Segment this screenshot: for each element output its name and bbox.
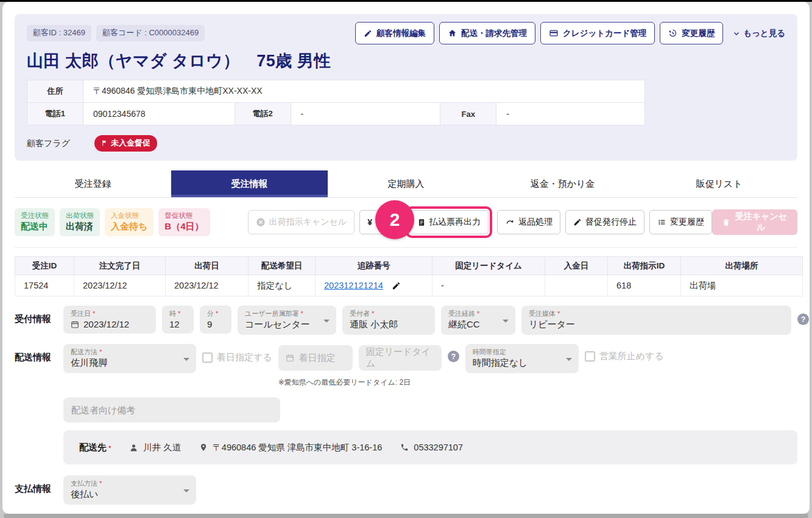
customer-name-title: 山田 太郎（ヤマダ タロウ） 75歳 男性 <box>27 50 785 72</box>
fixed-lead-time-input[interactable]: 固定リードタイム <box>359 345 442 371</box>
annotation-highlight-box: 2 払込票再出力 <box>406 206 492 238</box>
change-history-mid-button[interactable]: 変更履歴 <box>649 210 712 234</box>
shipping-billing-button[interactable]: 配送・請求先管理 <box>439 22 535 44</box>
col-ship-date: 出荷日 <box>166 257 249 275</box>
delivery-method-label: 配送方法 <box>71 348 102 357</box>
delivery-remarks-row <box>15 397 797 422</box>
history-icon <box>668 29 677 38</box>
delivery-method-select[interactable]: 配送方法 佐川飛脚 <box>63 344 196 373</box>
credit-card-label: クレジットカード管理 <box>563 28 646 39</box>
change-history-button[interactable]: 変更履歴 <box>660 22 723 44</box>
map-pin-icon <box>199 443 208 452</box>
customer-flag-label: 顧客フラグ <box>27 138 70 149</box>
minute-field[interactable]: 分 9 <box>200 306 231 334</box>
col-completed-date: 注文完了日 <box>74 257 166 275</box>
edit-customer-button[interactable]: 顧客情報編集 <box>355 22 434 44</box>
receptionist-value: 通販 小太郎 <box>350 319 398 331</box>
customer-header-panel: 顧客ID : 32469 顧客コード : C0000032469 顧客情報編集 … <box>15 14 797 161</box>
hold-at-office-checkbox[interactable]: 営業所止めする <box>585 351 664 362</box>
tab-refund-deposit[interactable]: 返金・預かり金 <box>484 170 641 197</box>
col-tracking-number: 追跡番号 <box>316 257 432 275</box>
customer-id-badges: 顧客ID : 32469 顧客コード : C0000032469 <box>27 25 205 41</box>
receptionist-field[interactable]: 受付者 通販 小太郎 <box>342 306 435 335</box>
unpaid-dunning-flag-badge[interactable]: 未入金督促 <box>94 135 157 152</box>
shipping-status-value: 出荷済 <box>66 221 94 233</box>
arrival-date-checkbox[interactable]: 着日指定する <box>202 352 272 363</box>
media-value: リピーター <box>529 319 575 331</box>
phone1-label: 電話1 <box>27 103 83 125</box>
delivery-section-title: 配送情報 <box>15 344 63 363</box>
delivery-remarks-input[interactable] <box>63 397 280 422</box>
tab-promotion-list[interactable]: 販促リスト <box>641 170 797 197</box>
phone2-label: 電話2 <box>235 103 291 125</box>
minute-label: 分 <box>207 309 218 318</box>
address-value: 〒4960846 愛知県津島市東中地町XX-XX-XX <box>83 80 644 103</box>
annotation-step-circle: 2 <box>375 200 414 239</box>
delivery-help-icon[interactable]: ? <box>448 351 459 362</box>
stop-dunning-label: 督促発行停止 <box>585 217 637 228</box>
reissue-payment-slip-button[interactable]: 払込票再出力 <box>409 210 489 234</box>
main-card: 顧客ID : 32469 顧客コード : C0000032469 顧客情報編集 … <box>2 2 810 514</box>
return-process-button[interactable]: 返品処理 <box>497 210 560 234</box>
channel-value: 継続CC <box>448 319 480 331</box>
order-table-header-row: 受注ID 注文完了日 出荷日 配送希望日 追跡番号 固定リードタイム 入金日 出… <box>15 257 803 275</box>
time-slot-select[interactable]: 時間帯指定 時間指定なし <box>465 344 579 373</box>
person-icon <box>129 443 138 452</box>
order-summary-table: 受注ID 注文完了日 出荷日 配送希望日 追跡番号 固定リードタイム 入金日 出… <box>15 256 803 296</box>
horizontal-scrollbar[interactable] <box>4 514 808 518</box>
payment-method-select[interactable]: 支払方法 後払い <box>63 475 196 505</box>
arrival-date-input[interactable]: 着日指定 <box>278 345 353 371</box>
arrival-date-placeholder: 着日指定 <box>299 352 336 364</box>
order-status-value: 配送中 <box>21 221 49 233</box>
tab-order-info[interactable]: 受注情報 <box>171 170 328 197</box>
cell-desired-date: 指定なし <box>249 275 316 296</box>
hour-value: 12 <box>169 319 180 329</box>
order-tabs: 受注登録 受注情報 定期購入 返金・預かり金 販促リスト <box>15 170 797 198</box>
cancel-shipping-instruction-button[interactable]: 出荷指示キャンセル <box>248 210 355 234</box>
order-date-value: 2023/12/12 <box>83 319 129 329</box>
edit-tracking-icon[interactable] <box>392 281 401 290</box>
more-link[interactable]: もっと見る <box>733 28 785 39</box>
cell-order-id: 17524 <box>15 275 74 296</box>
cell-tracking-number: 202312121214 <box>316 275 432 296</box>
hour-field[interactable]: 時 12 <box>162 306 194 334</box>
dunning-status-label: 督促状態 <box>164 211 203 220</box>
delivery-destination-strip: 配送先 川井 久道 〒4960846 愛知県 津島市東中地町 3-16-16 0… <box>63 430 797 464</box>
destination-address: 〒4960846 愛知県 津島市東中地町 3-16-16 <box>199 442 382 453</box>
cell-fixed-lead-time: - <box>432 275 545 296</box>
hold-at-office-checkbox-label: 営業所止めする <box>599 351 664 362</box>
col-ship-location: 出荷場所 <box>681 257 803 275</box>
department-label: ユーザー所属部署 <box>245 309 303 318</box>
cell-ship-location: 出荷場 <box>681 275 803 296</box>
more-link-label: もっと見る <box>743 28 785 39</box>
customer-info-table: 住所 〒4960846 愛知県津島市東中地町XX-XX-XX 電話1 09012… <box>27 80 645 125</box>
cancel-order-button[interactable]: 受注キャンセル <box>712 209 797 235</box>
department-select[interactable]: ユーザー所属部署 コールセンター <box>238 306 336 335</box>
phone-icon <box>400 443 409 452</box>
order-table-row: 17524 2023/12/12 2023/12/12 指定なし 2023121… <box>15 275 803 296</box>
tab-order-entry[interactable]: 受注登録 <box>15 170 171 197</box>
stop-dunning-button[interactable]: 督促発行停止 <box>565 210 644 234</box>
redo-arrow-icon <box>505 218 515 226</box>
credit-card-button[interactable]: クレジットカード管理 <box>540 22 655 44</box>
checkbox-icon <box>585 351 595 362</box>
dunning-status-badge: 督促状態 B（4日） <box>158 208 210 236</box>
calendar-icon <box>71 320 79 329</box>
payment-status-label: 入金状態 <box>111 211 147 220</box>
arrival-date-checkbox-label: 着日指定する <box>217 352 272 363</box>
dunning-status-value: B（4日） <box>164 221 203 233</box>
order-date-field[interactable]: 受注日 2023/12/12 <box>63 306 156 334</box>
media-field[interactable]: 受注媒体 リピーター <box>521 306 791 335</box>
customer-code-badge: 顧客コード : C0000032469 <box>96 25 205 41</box>
order-actions-bar: 受注状態 配送中 出荷状態 出荷済 入金状態 入金待ち 督促状態 B（4日） 出… <box>15 206 797 248</box>
change-history-mid-label: 変更履歴 <box>670 217 704 228</box>
channel-select[interactable]: 受注経路 継続CC <box>441 306 515 335</box>
tracking-number-link[interactable]: 202312121214 <box>324 281 383 290</box>
media-label: 受注媒体 <box>529 309 560 318</box>
delivery-section: 配送情報 配送方法 佐川飛脚 着日指定する 着日指定 固定リードタイム <box>15 344 797 388</box>
hour-label: 時 <box>169 309 180 318</box>
time-slot-value: 時間指定なし <box>473 357 528 369</box>
home-icon <box>448 29 457 38</box>
tab-subscription[interactable]: 定期購入 <box>328 170 484 197</box>
reception-help-icon[interactable]: ? <box>797 313 809 325</box>
